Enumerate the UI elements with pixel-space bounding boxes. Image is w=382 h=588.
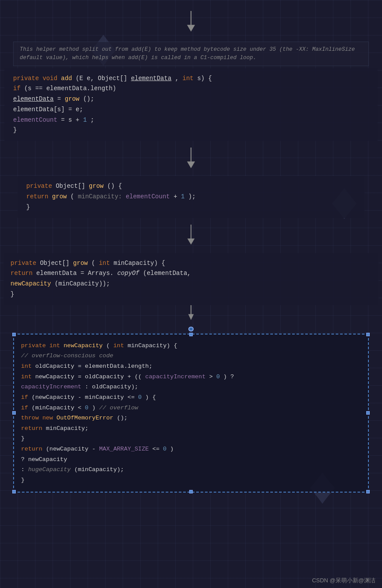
footer-text: CSDN @呆萌小新@渊洁	[312, 577, 375, 584]
nc-line-2: // overflow-conscious code	[21, 351, 361, 361]
param-hint-mincap: minCapacity:	[78, 193, 122, 200]
method-hugecapacity: hugeCapacity	[28, 466, 71, 473]
kw-return-1: return	[26, 193, 48, 200]
kw-private-4: private	[21, 342, 46, 349]
nc-line-11: return (newCapacity - MAX_ARRAY_SIZE <= …	[21, 444, 361, 454]
handle-br	[366, 490, 370, 493]
code-block-add: private void add (E e, Object[] elementD…	[4, 68, 378, 141]
arrow-2	[0, 141, 382, 176]
kw-private-3: private	[11, 260, 36, 267]
elementdata-assign: elementData	[13, 95, 53, 102]
kw-throw: throw	[21, 415, 39, 421]
grow-line-1: private Object[] grow () {	[26, 181, 356, 192]
handle-bm	[189, 490, 193, 493]
grow-int-line-1: private Object[] grow ( int minCapacity)…	[11, 258, 371, 269]
handle-tm	[189, 333, 193, 336]
param-elementdata: elementData	[131, 75, 171, 82]
arrow-3	[0, 218, 382, 253]
handle-tr	[366, 333, 370, 336]
number-3: 0	[216, 373, 220, 380]
field-capincrement-2: capacityIncrement	[21, 384, 81, 390]
nc-line-14: }	[21, 475, 361, 486]
number-2: 1	[181, 193, 184, 200]
grow-line-3: }	[26, 202, 356, 213]
code-line-4: elementData[s] = e;	[13, 105, 369, 115]
kw-return-2: return	[11, 270, 32, 277]
comment-block: This helper method split out from add(E)…	[13, 42, 369, 66]
kw-int-5: int	[21, 363, 32, 370]
method-add: add	[61, 75, 72, 82]
field-elementcount-2: elementCount	[126, 193, 170, 200]
handle-tl	[12, 333, 16, 336]
number-1: 1	[83, 116, 87, 123]
circle-handle-top	[188, 327, 194, 331]
comment-overflow-2: // overflow	[99, 405, 138, 411]
method-grow-3: grow	[52, 193, 67, 200]
grow-int-line-4: }	[11, 289, 371, 300]
number-6: 0	[163, 446, 166, 452]
method-grow-2: grow	[89, 183, 104, 190]
comment-text: This helper method split out from add(E)…	[20, 46, 355, 61]
code-block-grow-with-arg: private Object[] grow ( int minCapacity)…	[4, 253, 378, 305]
kw-private-2: private	[26, 183, 52, 190]
svg-marker-3	[187, 162, 195, 168]
kw-if-2: if	[21, 394, 28, 401]
method-grow-4: grow	[73, 260, 88, 267]
method-newcapacity-2: newCapacity	[64, 342, 103, 349]
kw-return-4: return	[21, 446, 42, 452]
field-elementcount: elementCount	[13, 116, 57, 123]
svg-marker-7	[188, 314, 194, 320]
kw-new: new	[42, 415, 53, 421]
arrow-1	[0, 4, 382, 39]
kw-void: void	[42, 75, 57, 82]
svg-marker-5	[187, 238, 195, 244]
kw-int-3: int	[50, 342, 60, 349]
kw-if-3: if	[21, 405, 28, 411]
nc-line-10: }	[21, 433, 361, 444]
handle-bl	[12, 490, 16, 493]
kw-int-2: int	[99, 260, 110, 267]
content-area: This helper method split out from add(E)…	[0, 0, 382, 499]
number-5: 0	[85, 405, 88, 411]
class-outofmemory: OutOfMemoryError	[57, 415, 113, 421]
code-line-5: elementCount = s + 1 ;	[13, 115, 369, 126]
method-grow-1: grow	[65, 95, 80, 102]
code-line-2: if (s == elementData.length)	[13, 84, 369, 94]
nc-line-8: throw new OutOfMemoryError ();	[21, 413, 361, 423]
handle-ml	[12, 411, 16, 415]
grow-line-2: return grow ( minCapacity: elementCount …	[26, 192, 356, 202]
nc-line-7: if (minCapacity < 0 ) // overflow	[21, 403, 361, 413]
kw-int: int	[183, 75, 194, 82]
comment-overflow: // overflow-conscious code	[21, 352, 113, 359]
grow-int-line-3: newCapacity (minCapacity));	[11, 279, 371, 289]
kw-private: private	[13, 75, 39, 82]
nc-line-5: capacityIncrement : oldCapacity);	[21, 382, 361, 392]
method-copyof: copyOf	[117, 270, 139, 277]
footer: CSDN @呆萌小新@渊洁	[312, 577, 375, 584]
nc-line-13: : hugeCapacity (minCapacity);	[21, 465, 361, 475]
nc-line-12: ? newCapacity	[21, 454, 361, 465]
nc-line-4: int newCapacity = oldCapacity + (( capac…	[21, 372, 361, 382]
method-newcapacity-1: newCapacity	[11, 280, 51, 287]
nc-line-6: if (newCapacity - minCapacity <= 0 ) {	[21, 392, 361, 403]
nc-line-3: int oldCapacity = elementData.length;	[21, 361, 361, 372]
kw-if-1: if	[13, 85, 21, 92]
grow-int-line-2: return elementData = Arrays. copyOf (ele…	[11, 268, 371, 279]
svg-marker-1	[187, 25, 195, 32]
code-line-1: private void add (E e, Object[] elementD…	[13, 74, 369, 84]
kw-int-4: int	[113, 342, 124, 349]
code-block-grow-no-arg: private Object[] grow () { return grow (…	[18, 176, 364, 218]
nc-line-9: return minCapacity;	[21, 423, 361, 434]
nc-line-1: private int newCapacity ( int minCapacit…	[21, 341, 361, 351]
arrow-4-container	[0, 305, 382, 331]
kw-int-6: int	[21, 373, 32, 380]
kw-return-3: return	[21, 425, 42, 432]
handle-mr	[366, 411, 370, 415]
page-container: ♦ ♦ ♦ ♦ This helper method split out fro…	[0, 0, 382, 588]
field-maxarray: MAX_ARRAY_SIZE	[99, 446, 149, 452]
code-line-6: }	[13, 125, 369, 136]
code-line-3: elementData = grow ();	[13, 94, 369, 105]
field-capincrement: capacityIncrement	[145, 373, 206, 380]
number-4: 0	[138, 394, 141, 401]
arrow-4	[184, 305, 198, 325]
